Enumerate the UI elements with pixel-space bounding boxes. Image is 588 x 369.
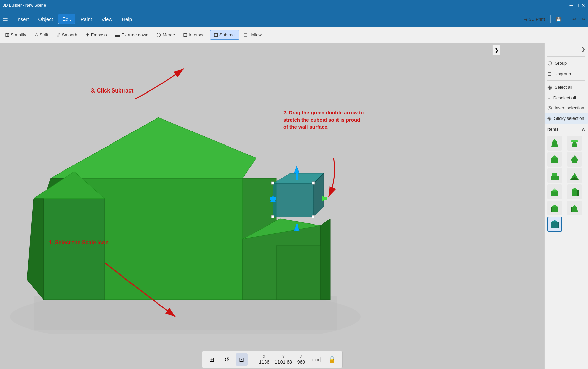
svg-rect-57 [551,222,558,228]
item-6[interactable] [567,168,582,183]
statusbar: ⊞ ↺ ⊡ X 1136 Y 1101.68 Z 960 [0,350,544,369]
smooth-icon: ⤢ [56,32,61,38]
panel-collapse-button[interactable]: ❯ [581,46,585,52]
intersect-tool[interactable]: ⊡ Intersect [179,30,209,40]
menu-help[interactable]: Help [118,14,136,24]
y-coord: Y 1101.68 [275,354,292,365]
svg-marker-39 [551,155,558,158]
main-area: ❯ [0,43,588,369]
svg-marker-59 [558,222,559,228]
close-button[interactable]: ✕ [581,3,585,8]
ungroup-button[interactable]: ⊡ Ungroup [545,69,588,79]
right-panel: ❯ ⬡ Group ⊡ Ungroup ◉ Select all ○ Desel… [544,43,588,369]
svg-marker-12 [320,219,330,300]
svg-marker-55 [572,205,577,207]
merge-icon: ⬡ [156,32,161,38]
undo-button[interactable]: ↩ [572,17,576,22]
items-collapse-button[interactable]: ∧ [581,126,585,132]
sticky-selection-button[interactable]: ◈ Sticky selection [545,113,588,124]
extrude-down-icon: ▬ [115,32,120,38]
chevron-right-icon: ❯ [494,47,499,53]
divider-1 [547,56,585,57]
menu-edit[interactable]: Edit [58,14,75,24]
emboss-tool[interactable]: ✦ Emboss [82,30,111,40]
hollow-tool[interactable]: □ Hollow [240,30,265,40]
menu-object[interactable]: Object [34,14,57,24]
status-controls: ⊞ ↺ ⊡ X 1136 Y 1101.68 Z 960 [202,351,343,368]
item-8[interactable] [567,184,582,199]
svg-marker-7 [44,199,105,300]
3dprint-icon: 🖨 [523,17,528,22]
emboss-icon: ✦ [85,32,90,38]
unit-selector[interactable]: mm [311,357,321,362]
rotate-button[interactable]: ↺ [221,353,233,366]
menu-paint[interactable]: Paint [77,14,96,24]
split-icon: △ [34,32,38,38]
smooth-tool[interactable]: ⤢ Smooth [53,30,81,40]
svg-rect-23 [296,173,298,180]
svg-rect-20 [271,215,274,218]
svg-rect-45 [551,191,558,196]
invert-selection-button[interactable]: ◎ Invert selection [545,103,588,113]
lock-button[interactable]: 🔓 [326,353,338,366]
divider-2 [547,80,585,81]
select-all-button[interactable]: ◉ Select all [545,82,588,93]
titlebar-title: 3D Builder - New Scene [3,3,46,8]
minimize-button[interactable]: ─ [570,3,573,8]
save-button[interactable]: 💾 [556,17,561,22]
item-5[interactable] [547,168,562,183]
group-icon: ⬡ [547,60,552,67]
svg-marker-34 [553,139,557,141]
3dprint-button[interactable]: 🖨 3D Print [523,17,545,22]
svg-marker-9 [27,199,44,300]
reset-view-button[interactable]: ⊞ [206,353,218,366]
svg-marker-13 [276,246,320,300]
redo-button[interactable]: ↪ [582,17,585,22]
menu-view[interactable]: View [97,14,116,24]
item-3[interactable] [547,152,562,167]
item-2[interactable] [567,136,582,151]
toolbar: ⊞ Simplify △ Split ⤢ Smooth ✦ Emboss ▬ E… [0,27,588,43]
deselect-all-button[interactable]: ○ Deselect all [545,93,588,103]
svg-marker-22 [294,166,299,173]
hamburger-menu[interactable]: ☰ [3,15,8,23]
z-coord: Z 960 [297,354,305,365]
sticky-selection-icon: ◈ [547,115,551,122]
simplify-tool[interactable]: ⊞ Simplify [1,30,30,40]
extrude-down-tool[interactable]: ▬ Extrude down [111,30,152,40]
redo-icon: ↪ [582,17,585,22]
collapse-panel-button[interactable]: ❯ [492,45,500,55]
item-10[interactable] [567,201,582,215]
ungroup-icon: ⊡ [547,71,552,77]
3d-scene[interactable] [0,43,371,334]
save-icon: 💾 [556,17,561,22]
item-9[interactable] [547,201,562,215]
group-button[interactable]: ⬡ Group [545,58,588,69]
svg-marker-49 [572,188,577,190]
select-all-icon: ◉ [547,84,552,90]
svg-rect-42 [552,173,557,176]
item-1[interactable] [547,136,562,151]
item-7[interactable] [547,184,562,199]
subtract-tool[interactable]: ⊟ Subtract [210,30,239,40]
svg-marker-15 [273,183,314,217]
deselect-all-icon: ○ [547,95,551,101]
menu-insert[interactable]: Insert [12,14,33,24]
svg-rect-29 [322,197,327,200]
svg-marker-4 [51,117,256,178]
svg-rect-21 [312,215,315,218]
window-controls[interactable]: ─ □ ✕ [570,3,585,8]
split-tool[interactable]: △ Split [31,30,52,40]
svg-marker-50 [577,190,579,196]
item-11-selected[interactable] [547,217,562,232]
menubar: ☰ Insert Object Edit Paint View Help 🖨 3… [0,11,588,27]
item-4[interactable] [567,152,582,167]
scale-button[interactable]: ⊡ [236,353,248,366]
canvas[interactable]: ❯ [0,43,544,369]
maximize-button[interactable]: □ [576,3,579,8]
svg-marker-58 [551,220,558,222]
merge-tool[interactable]: ⬡ Merge [153,30,179,40]
svg-rect-25 [296,224,298,231]
undo-icon: ↩ [572,17,576,22]
svg-marker-40 [571,155,578,163]
